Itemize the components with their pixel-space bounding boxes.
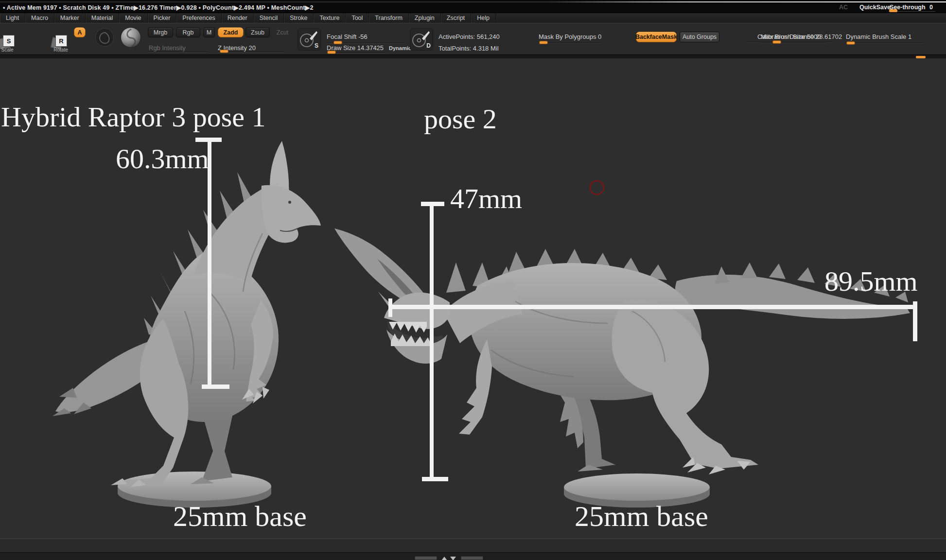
auto-groups-button[interactable]: Auto Groups: [680, 32, 719, 42]
pose1-base-label: 25mm base: [173, 502, 307, 531]
calibration-distance-slider[interactable]: [746, 42, 833, 43]
stroke-brush-tool[interactable]: S: [298, 28, 321, 51]
scroll-up-icon[interactable]: [441, 557, 447, 560]
mask-by-polygroups-slider[interactable]: [539, 43, 601, 44]
menu-light[interactable]: Light: [0, 13, 25, 23]
rotate-tool[interactable]: R Rotate: [51, 34, 71, 53]
rgb-intensity-label: Rgb Intensity: [149, 44, 186, 52]
dynamic-label[interactable]: Dynamic: [389, 45, 411, 51]
menu-macro[interactable]: Macro: [25, 13, 54, 23]
menu-marker[interactable]: Marker: [54, 13, 86, 23]
pose2-base-label: 25mm base: [575, 502, 708, 531]
see-through-slider-handle[interactable]: [889, 9, 897, 12]
quicksave-button[interactable]: QuickSave: [859, 4, 891, 11]
scale-tool[interactable]: S Scale: [0, 34, 18, 53]
tray-scrollbar-left[interactable]: [415, 556, 437, 560]
raptor-pose1-model: [53, 141, 321, 487]
rotate-icon-letter: R: [59, 37, 63, 45]
tray-scrollbar-right[interactable]: [461, 556, 483, 560]
pose2-near-leg: [612, 300, 758, 469]
pose1-title: Hybrid Raptor 3 pose 1: [1, 103, 266, 131]
z-intensity-handle[interactable]: [220, 50, 228, 53]
status-bar: • Active Mem 9197 • Scratch Disk 49 • ZT…: [0, 0, 946, 13]
m-button[interactable]: M: [203, 27, 215, 37]
brush-d-letter: D: [426, 42, 431, 49]
pose2-length-line: [388, 305, 917, 309]
pose1-height-line: [208, 138, 211, 388]
dynamic-brush-scale-slider[interactable]: [846, 43, 924, 44]
dynamic-brush-scale-label: Dynamic Brush Scale 1: [846, 33, 911, 40]
pose2-height-bottom-cap: [422, 477, 448, 481]
menu-stroke[interactable]: Stroke: [284, 13, 314, 23]
menu-help[interactable]: Help: [471, 13, 496, 23]
scale-label: Scale: [0, 47, 18, 52]
menu-render[interactable]: Render: [222, 13, 254, 23]
calibration-distance-handle[interactable]: [772, 40, 781, 44]
menu-zscript[interactable]: Zscript: [441, 13, 472, 23]
texture-swatch-shape: [96, 29, 114, 47]
zbrush-window: • Active Mem 9197 • Scratch Disk 49 • ZT…: [0, 0, 946, 560]
menu-zplugin[interactable]: Zplugin: [409, 13, 441, 23]
a-button[interactable]: A: [74, 27, 86, 37]
sculpt-canvas[interactable]: Hybrid Raptor 3 pose 1 pose 2 60.3mm 47m…: [0, 58, 946, 539]
zsub-button[interactable]: Zsub: [245, 27, 270, 37]
rotate-label: Rotate: [51, 47, 71, 52]
dynamic-brush-tool[interactable]: D: [410, 28, 433, 51]
material-swirl-shape: [121, 28, 141, 48]
bottom-tray: [0, 539, 946, 560]
mrgb-button[interactable]: Mrgb: [148, 27, 173, 37]
titlebar-highlight-line: [0, 1, 946, 2]
menu-texture[interactable]: Texture: [314, 13, 346, 23]
current-texture-icon[interactable]: [95, 28, 114, 47]
menu-movie[interactable]: Movie: [119, 13, 147, 23]
menu-tool[interactable]: Tool: [346, 13, 369, 23]
pose2-length-label: 89.5mm: [824, 267, 918, 296]
mask-by-polygroups-label: Mask By Polygroups 0: [539, 33, 601, 40]
zcut-button[interactable]: Zcut: [272, 27, 293, 37]
current-material-icon[interactable]: [121, 27, 141, 48]
menu-bar: Light Macro Marker Material Movie Picker…: [0, 13, 946, 23]
pose2-height-label: 47mm: [450, 185, 522, 213]
memory-status-text: • Active Mem 9197 • Scratch Disk 49 • ZT…: [3, 4, 314, 11]
pose1-head: [261, 185, 321, 243]
calibration-distance-label: Calibration Distance 28.61702: [757, 33, 842, 40]
pose1-height-label: 60.3mm: [116, 145, 209, 173]
scale-icon-letter: S: [7, 37, 11, 45]
menu-picker[interactable]: Picker: [148, 13, 177, 23]
rgb-button[interactable]: Rgb: [176, 27, 200, 37]
mask-by-polygroups-handle[interactable]: [539, 41, 548, 44]
active-points-readout: ActivePoints: 561,240: [438, 33, 500, 40]
menu-material[interactable]: Material: [86, 13, 119, 23]
draw-size-handle[interactable]: [327, 51, 336, 54]
menu-stencil[interactable]: Stencil: [254, 13, 284, 23]
focal-shift-label: Focal Shift -56: [327, 33, 368, 40]
focal-shift-handle[interactable]: [333, 41, 342, 44]
dynamic-brush-scale-handle[interactable]: [846, 41, 855, 45]
raptor-pose2-model: [334, 228, 910, 474]
scroll-down-icon[interactable]: [450, 557, 456, 560]
menu-preferences[interactable]: Preferences: [176, 13, 221, 23]
menu-transform[interactable]: Transform: [369, 13, 409, 23]
pose2-length-right-cap: [913, 301, 917, 341]
brush-s-letter: S: [315, 42, 318, 49]
pose2-height-line: [430, 202, 434, 481]
pose2-near-arm: [459, 339, 492, 435]
red-circle-annotation: [590, 181, 604, 194]
see-through-value: 0: [929, 4, 933, 11]
total-points-readout: TotalPoints: 4.318 Mil: [438, 45, 499, 52]
pose1-eye: [288, 201, 291, 204]
rgb-intensity-slider[interactable]: [149, 52, 208, 52]
zadd-button[interactable]: Zadd: [218, 27, 244, 37]
pose1-height-bottom-cap: [202, 385, 229, 389]
max-brush-size-slider[interactable]: [761, 43, 826, 44]
ac-button[interactable]: AC: [839, 4, 848, 11]
pose2-title: pose 2: [424, 105, 497, 133]
backface-mask-button[interactable]: BackfaceMask: [636, 32, 677, 42]
